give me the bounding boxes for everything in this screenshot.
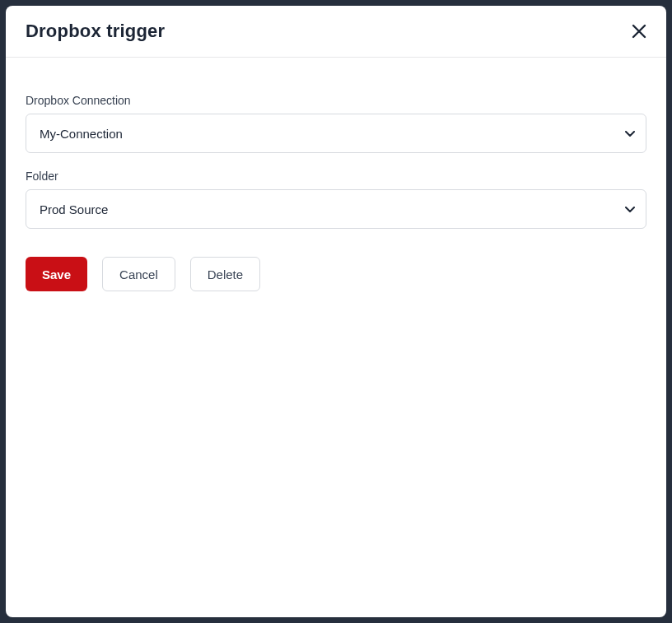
save-button[interactable]: Save [26, 257, 87, 291]
dropbox-trigger-modal: Dropbox trigger Dropbox Connection My-Co… [6, 6, 666, 617]
cancel-button[interactable]: Cancel [102, 257, 175, 291]
close-icon [632, 24, 646, 39]
connection-select[interactable]: My-Connection [26, 114, 646, 153]
connection-label: Dropbox Connection [26, 94, 646, 107]
connection-field: Dropbox Connection My-Connection [26, 94, 646, 153]
modal-header: Dropbox trigger [6, 6, 666, 58]
modal-body: Dropbox Connection My-Connection Folder … [6, 58, 666, 311]
folder-label: Folder [26, 170, 646, 183]
close-button[interactable] [632, 24, 646, 39]
modal-title: Dropbox trigger [26, 21, 165, 42]
folder-select[interactable]: Prod Source [26, 189, 646, 229]
folder-select-wrapper: Prod Source [26, 189, 646, 229]
delete-button[interactable]: Delete [190, 257, 260, 291]
action-bar: Save Cancel Delete [26, 257, 646, 291]
modal-backdrop: Dropbox trigger Dropbox Connection My-Co… [0, 0, 672, 623]
connection-select-wrapper: My-Connection [26, 114, 646, 153]
folder-field: Folder Prod Source [26, 170, 646, 229]
